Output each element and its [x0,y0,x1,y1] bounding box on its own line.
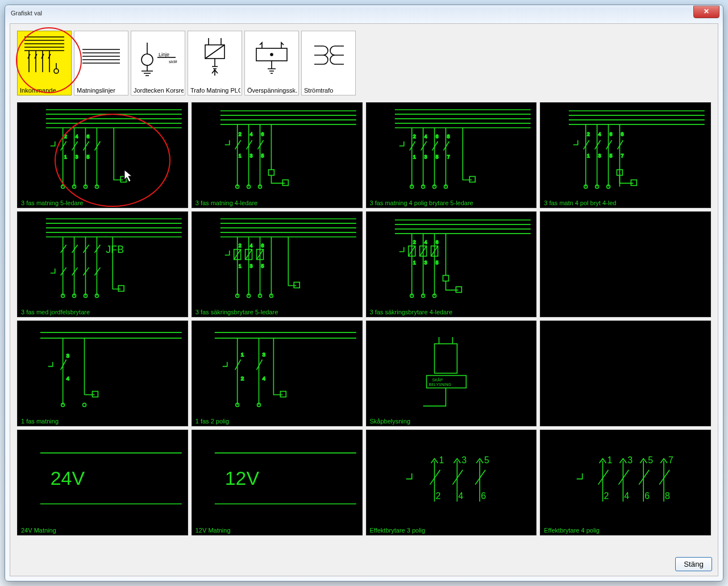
tile-3fas-5ledare[interactable]: 2 4 6 1 3 5 3 fas matning 5-ledare [17,102,188,208]
window-close-button[interactable]: ✕ [693,6,719,18]
svg-text:6: 6 [261,243,264,248]
svg-text:8: 8 [621,131,624,137]
svg-rect-28 [282,180,288,185]
svg-text:3: 3 [424,260,427,265]
svg-text:2: 2 [64,134,67,139]
category-label: Matningslinjer [77,87,127,94]
tile-caption: 1 fas matning [21,418,59,425]
svg-text:3: 3 [598,153,601,159]
svg-point-1 [142,54,153,65]
tile-jfb[interactable]: JFB 3 fas med jordfelsbrytare [17,211,188,317]
tile-eff3[interactable]: 1 3 5 2 4 6 Effektbrytare 3 polig [366,430,537,535]
svg-text:2: 2 [238,243,241,248]
svg-text:BELYSNING: BELYSNING [429,383,451,386]
tile-12v[interactable]: 12V 12V Matning [192,430,363,535]
preview-grid: 2 4 6 1 3 5 3 fas matning 5-ledare [17,102,711,535]
svg-text:4: 4 [458,491,463,501]
window-title: Grafiskt val [11,5,42,21]
category-label: Inkommande [20,87,70,94]
category-matningslinjer[interactable]: Matningslinjer [74,31,128,95]
svg-text:7: 7 [447,154,450,160]
svg-text:6: 6 [481,491,486,501]
tile-1fas-2polig[interactable]: 13 24 1 fas 2 polig [192,321,363,426]
tile-caption: 3 fas matning 4 polig brytare 5-ledare [370,200,473,206]
category-inkommande[interactable]: Inkommande [17,31,72,95]
svg-text:1: 1 [238,263,241,269]
svg-point-6 [271,53,273,56]
category-overspanning[interactable]: Överspänningssk. [244,31,299,95]
category-thumb [245,31,298,82]
svg-text:2: 2 [413,134,415,139]
svg-text:1: 1 [439,455,444,465]
svg-text:6: 6 [610,131,613,137]
tile-caption: 3 fas säkringsbrytare 4-ledare [370,309,453,315]
tile-3fas-4polig-5led[interactable]: 2468 1357 3 fas matning 4 polig brytare … [366,102,537,208]
category-label: Överspänningssk. [247,87,297,94]
svg-text:7: 7 [621,153,624,159]
svg-text:1: 1 [608,455,613,465]
svg-text:1: 1 [413,260,415,265]
category-toolbar: Inkommande Matningslinjer Linj [17,31,356,95]
svg-text:7: 7 [668,455,673,465]
svg-text:12V: 12V [225,467,260,489]
tile-caption: 1 fas 2 polig [195,418,229,425]
svg-point-92 [83,403,86,406]
category-thumb [302,31,355,82]
svg-text:6: 6 [435,134,438,139]
tile-caption: Effektbrytare 4 polig [544,527,600,534]
svg-text:3: 3 [424,154,427,160]
svg-rect-88 [456,286,461,292]
tile-24v[interactable]: 24V 24V Matning [17,430,188,535]
titlebar: Grafiskt val [5,5,723,21]
svg-text:4: 4 [249,131,252,137]
svg-text:8: 8 [665,491,670,501]
svg-text:2: 2 [240,375,244,381]
tile-eff4[interactable]: 1 3 5 7 2 4 6 8 Effektbrytare 4 polig [540,430,711,535]
svg-text:3: 3 [76,154,78,160]
svg-rect-87 [443,276,448,281]
svg-text:4: 4 [262,375,265,381]
svg-text:6: 6 [435,239,438,245]
svg-text:5: 5 [261,263,264,269]
svg-text:2: 2 [238,131,241,137]
svg-text:6: 6 [261,131,264,137]
svg-rect-74 [294,282,299,288]
tile-1fas[interactable]: 3 4 1 fas matning [17,321,188,426]
tile-empty[interactable] [540,321,711,426]
category-trafo-plc[interactable]: Trafo Matning PLC [188,31,242,95]
svg-text:SKÅP: SKÅP [432,377,443,382]
svg-rect-17 [120,176,126,182]
svg-text:1: 1 [64,154,67,160]
svg-rect-41 [469,176,475,182]
svg-text:sid#: sid# [169,59,177,64]
svg-text:3: 3 [461,455,467,465]
tile-fuse4[interactable]: 246 135 3 fas säkringsbrytare 4-ledare [366,211,537,317]
category-label: Jordtecken Korsrefe [134,87,184,94]
svg-text:1: 1 [240,351,244,358]
tile-empty[interactable] [540,211,711,317]
category-thumb [18,31,71,82]
svg-text:2: 2 [435,491,440,501]
svg-rect-59 [118,285,124,291]
svg-text:5: 5 [435,260,438,265]
svg-point-0 [54,69,59,73]
svg-rect-27 [268,170,274,176]
window: Grafiskt val ✕ Inkommande [5,5,723,581]
close-button[interactable]: Stäng [675,557,712,571]
svg-text:8: 8 [447,134,450,139]
tile-3fas-4ledare[interactable]: 246 135 3 fas matning 4-ledare [192,102,363,208]
dialog-body: Inkommande Matningslinjer Linj [10,23,718,576]
svg-text:5: 5 [648,455,653,465]
svg-text:5: 5 [261,153,264,159]
tile-3fas-4pol-4led[interactable]: 2468 1357 3 fas matn 4 pol bryt 4-led [540,102,711,208]
category-jordtecken[interactable]: Linje sid# Jordtecken Korsrefe [131,31,185,95]
svg-text:3: 3 [628,455,633,465]
svg-rect-93 [92,391,98,397]
svg-text:2: 2 [587,131,590,137]
category-stromtrafo[interactable]: Strömtrafo [301,31,356,95]
svg-text:1: 1 [587,153,590,159]
svg-text:4: 4 [66,375,70,381]
svg-text:4: 4 [424,134,427,139]
tile-skapbelysning[interactable]: SKÅP BELYSNING Skåpbelysning [366,321,537,426]
tile-fuse5[interactable]: 246 135 3 fas säkringsbrytare 5-ledare [192,211,363,317]
